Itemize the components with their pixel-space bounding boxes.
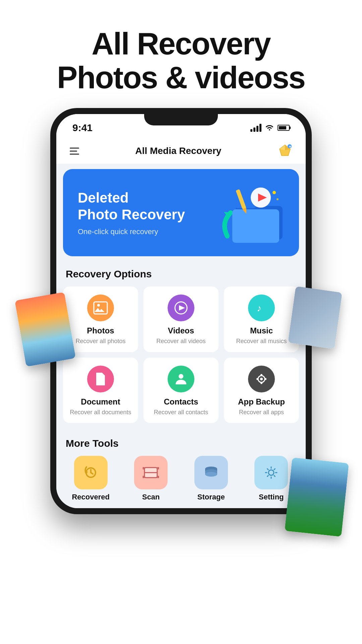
status-time: 9:41 <box>72 122 93 133</box>
tools-grid: Recovered <box>63 456 299 501</box>
app-backup-sublabel: Recover all apps <box>239 409 284 416</box>
notch <box>144 114 218 125</box>
status-icons <box>250 123 290 132</box>
wifi-icon <box>265 123 274 132</box>
document-label: Document <box>81 397 120 407</box>
more-tools-title: More Tools <box>63 438 299 449</box>
photo-icon <box>87 294 114 321</box>
floating-photo-right-bottom <box>285 458 349 537</box>
tool-storage[interactable]: Storage <box>183 456 239 501</box>
option-app-backup[interactable]: App Backup Recover all apps <box>224 358 299 423</box>
svg-point-25 <box>260 374 262 376</box>
sketch-icon[interactable]: ✦ <box>278 144 292 158</box>
phone-frame: 9:41 <box>50 108 312 514</box>
tool-scan[interactable]: Scan <box>123 456 179 501</box>
phone-wrapper: 9:41 <box>50 108 312 514</box>
svg-text:♪: ♪ <box>257 303 261 313</box>
svg-point-22 <box>179 374 183 379</box>
signal-icon <box>250 124 261 132</box>
app-backup-label: App Backup <box>238 397 285 407</box>
setting-label: Setting <box>259 493 284 501</box>
contacts-icon <box>168 366 194 392</box>
svg-point-38 <box>268 470 274 475</box>
photos-label: Photos <box>87 326 114 335</box>
storage-label: Storage <box>197 493 225 501</box>
battery-icon <box>278 125 290 131</box>
music-sublabel: Recover all musics <box>236 337 287 345</box>
phone-screen: 9:41 <box>56 114 306 508</box>
svg-point-37 <box>205 472 217 477</box>
svg-point-13 <box>273 191 276 194</box>
videos-label: Videos <box>168 326 194 335</box>
scan-icon <box>134 456 168 489</box>
svg-point-15 <box>97 304 100 307</box>
app-header: All Media Recovery ✦ <box>56 138 306 164</box>
contacts-sublabel: Recover all contacts <box>154 409 208 416</box>
option-videos[interactable]: Videos Recover all videos <box>143 286 219 352</box>
page-header: All Recovery Photos & videoss <box>0 0 362 108</box>
hero-illustration <box>217 182 284 243</box>
floating-photo-right-top <box>288 286 342 349</box>
svg-text:✦: ✦ <box>289 145 292 149</box>
more-tools-section: More Tools Recovered <box>56 434 306 508</box>
contacts-label: Contacts <box>164 397 198 407</box>
document-sublabel: Recover all documents <box>70 409 131 416</box>
app-backup-icon <box>248 366 275 392</box>
music-label: Music <box>250 326 273 335</box>
svg-point-24 <box>260 378 263 380</box>
svg-point-14 <box>277 198 279 200</box>
recovered-icon <box>74 456 108 489</box>
hero-text: Deleted Photo Recovery One-click quick r… <box>78 190 185 236</box>
video-icon <box>168 294 194 321</box>
svg-point-26 <box>260 382 262 384</box>
music-icon: ♪ <box>248 294 275 321</box>
recovered-label: Recovered <box>72 493 110 501</box>
hero-subtitle: One-click quick recovery <box>78 227 185 236</box>
option-contacts[interactable]: Contacts Recover all contacts <box>143 358 219 423</box>
recovery-options-grid: Photos Recover all photos Videos Recover… <box>63 286 299 423</box>
svg-point-28 <box>264 378 266 380</box>
photos-sublabel: Recover all photos <box>75 337 125 345</box>
tool-recovered[interactable]: Recovered <box>63 456 119 501</box>
recovery-options-title: Recovery Options <box>63 268 299 280</box>
storage-icon <box>194 456 228 489</box>
document-icon <box>87 366 114 392</box>
app-title: All Media Recovery <box>135 146 222 156</box>
svg-marker-18 <box>179 305 185 311</box>
menu-icon[interactable] <box>70 148 79 155</box>
option-document[interactable]: Document Recover all documents <box>63 358 138 423</box>
svg-rect-16 <box>94 302 107 314</box>
option-photos[interactable]: Photos Recover all photos <box>63 286 138 352</box>
recovery-options-section: Recovery Options Photos Recover all phot… <box>56 262 306 434</box>
setting-icon <box>254 456 288 489</box>
page-title: All Recovery Photos & videoss <box>20 27 342 95</box>
scan-label: Scan <box>142 493 160 501</box>
svg-rect-8 <box>232 209 279 243</box>
hero-banner: Deleted Photo Recovery One-click quick r… <box>63 169 299 256</box>
hero-title: Deleted Photo Recovery <box>78 190 185 223</box>
videos-sublabel: Recover all videos <box>156 337 205 345</box>
svg-point-27 <box>256 378 258 380</box>
